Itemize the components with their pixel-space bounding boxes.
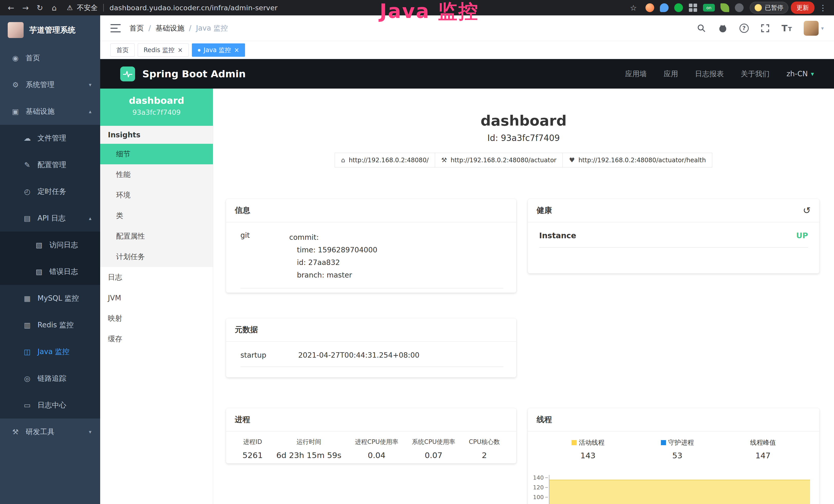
tab-java-monitor[interactable]: ● Java 监控 × [192, 43, 245, 57]
puzzle-extension-icon[interactable] [735, 3, 744, 12]
update-button[interactable]: 更新 [791, 2, 814, 14]
browser-home-icon[interactable]: ⌂ [48, 3, 60, 12]
instance-label: Instance [539, 231, 576, 240]
close-icon[interactable]: × [234, 47, 239, 53]
user-avatar[interactable] [804, 21, 818, 36]
sba-nav-applications[interactable]: 应用 [664, 69, 678, 79]
sidebar-item-config-mgmt[interactable]: ✎ 配置管理 [0, 152, 100, 178]
legend-live-threads: 活动线程 143 [571, 438, 605, 460]
sba-nav-wallboard[interactable]: 应用墙 [625, 69, 647, 79]
sidebar-item-infrastructure[interactable]: ▣ 基础设施 ▴ [0, 98, 100, 125]
sidebar-item-label: Java 监控 [38, 347, 69, 357]
sba-item-loggers[interactable]: 日志 [100, 267, 213, 288]
service-url-link[interactable]: ⌂ http://192.168.0.2:48080/ [335, 153, 435, 167]
sba-nav-journal[interactable]: 日志报表 [695, 69, 724, 79]
sidebar-item-label: 定时任务 [38, 187, 66, 197]
sidebar-item-label: 研发工具 [26, 427, 54, 437]
sidebar-item-label: 首页 [26, 53, 40, 63]
sidebar-item-trace[interactable]: ◎ 链路追踪 [0, 365, 100, 392]
breadcrumb-home[interactable]: 首页 [129, 23, 144, 33]
green-extension-icon[interactable] [674, 3, 683, 12]
fullscreen-icon[interactable] [761, 24, 770, 33]
sba-item-classes[interactable]: 类 [100, 205, 213, 226]
sba-brand-title[interactable]: Spring Boot Admin [142, 68, 246, 79]
address-bar[interactable]: ⚠ 不安全 dashboard.yudao.iocoder.cn/infra/a… [63, 3, 625, 12]
threads-chart-yaxis: 140 120 100 [532, 475, 549, 504]
sidebar-item-label: 日志中心 [38, 400, 66, 410]
process-stat-uptime: 运行时间 6d 23h 15m 59s [277, 438, 342, 460]
java-monitor-icon: ◫ [23, 348, 32, 356]
sba-item-jvm[interactable]: JVM [100, 288, 213, 308]
actuator-url-link[interactable]: ⚒ http://192.168.0.2:48080/actuator [435, 153, 563, 167]
sba-item-performance[interactable]: 性能 [100, 164, 213, 185]
health-instance-row[interactable]: Instance UP [539, 231, 808, 248]
sba-language-select[interactable]: zh-CN ▾ [787, 70, 814, 78]
threads-card-title: 线程 [536, 414, 552, 425]
chevron-down-icon: ▾ [811, 70, 814, 77]
paused-badge[interactable]: 已暂停 [750, 2, 788, 14]
sidebar-item-system-mgmt[interactable]: ⚙ 系统管理 ▾ [0, 71, 100, 98]
trace-icon: ◎ [23, 374, 32, 383]
git-commit-id: id: 27aa832 [289, 256, 503, 269]
help-icon[interactable]: ? [740, 24, 749, 33]
on-badge-extension-icon[interactable]: on [703, 4, 715, 12]
sba-app-header[interactable]: dashboard 93a3fc7f7409 [100, 89, 213, 126]
git-commit-time: time: 1596289704000 [289, 244, 503, 256]
sba-logo-icon[interactable] [120, 67, 135, 82]
process-stat-system-cpu: 系统CPU使用率 0.07 [412, 438, 455, 460]
sba-item-caches[interactable]: 缓存 [100, 329, 213, 349]
infrastructure-icon: ▣ [11, 107, 20, 116]
grid-extension-icon[interactable] [688, 3, 697, 12]
logs-icon: ▤ [23, 214, 32, 223]
sidebar-item-error-logs[interactable]: ▨ 错误日志 [0, 258, 100, 285]
github-icon[interactable] [718, 23, 728, 33]
annotation-text: Java 监控 [380, 0, 479, 25]
security-label[interactable]: 不安全 [77, 3, 97, 12]
sidebar-item-scheduled-jobs[interactable]: ◴ 定时任务 [0, 178, 100, 205]
close-icon[interactable]: × [177, 47, 183, 53]
sba-nav-about[interactable]: 关于我们 [741, 69, 770, 79]
health-url-link[interactable]: ♥ http://192.168.0.2:48080/actuator/heal… [563, 153, 712, 167]
tab-home[interactable]: 首页 [110, 43, 135, 57]
sidebar-item-access-logs[interactable]: ▧ 访问日志 [0, 232, 100, 258]
bookmark-star-icon[interactable]: ☆ [628, 3, 639, 12]
health-card-title: 健康 [536, 205, 552, 216]
health-url-text: http://192.168.0.2:48080/actuator/health [578, 157, 706, 164]
hamburger-menu-icon[interactable] [110, 24, 121, 32]
reload-icon[interactable]: ↻ [34, 3, 46, 12]
tab-label: Java 监控 [204, 46, 231, 54]
sba-item-mappings[interactable]: 映射 [100, 308, 213, 329]
search-icon[interactable] [697, 24, 706, 33]
drop-extension-icon[interactable] [660, 3, 668, 12]
history-icon[interactable]: ↺ [803, 205, 811, 216]
address-divider [103, 4, 104, 12]
sidebar-item-log-center[interactable]: ▭ 日志中心 [0, 392, 100, 418]
tab-redis-monitor[interactable]: Redis 监控 × [138, 43, 189, 57]
header-actions: ? T T ▾ [697, 21, 824, 36]
sba-item-details[interactable]: 细节 [100, 144, 213, 164]
sidebar-item-redis-monitor[interactable]: ▥ Redis 监控 [0, 312, 100, 338]
active-dot-icon: ● [198, 48, 201, 52]
browser-menu-icon[interactable]: ⋮ [817, 3, 829, 12]
sba-item-scheduled-tasks[interactable]: 计划任务 [100, 247, 213, 267]
font-size-icon[interactable]: T T [782, 24, 792, 32]
sidebar-item-dev-tools[interactable]: ⚒ 研发工具 ▾ [0, 418, 100, 445]
sidebar-item-api-logs[interactable]: ▤ API 日志 ▴ [0, 205, 100, 232]
forward-icon[interactable]: → [20, 3, 31, 12]
sidebar-item-mysql-monitor[interactable]: ▦ MySQL 监控 [0, 285, 100, 312]
sidebar-item-label: API 日志 [38, 213, 66, 223]
url-text[interactable]: dashboard.yudao.iocoder.cn/infra/admin-s… [109, 4, 278, 12]
sidebar-item-file-mgmt[interactable]: ☁ 文件管理 [0, 125, 100, 152]
leaf-extension-icon[interactable] [721, 3, 729, 12]
metadata-card: 元数据 startup 2021-04-27T00:44:31.254+08:0… [226, 318, 516, 377]
app-logo[interactable]: 芋道管理系统 [0, 16, 100, 45]
threads-chart-area [549, 480, 810, 504]
sidebar-item-java-monitor[interactable]: ◫ Java 监控 [0, 338, 100, 365]
back-icon[interactable]: ← [5, 3, 17, 12]
breadcrumb-infrastructure[interactable]: 基础设施 [155, 23, 184, 33]
fox-extension-icon[interactable] [645, 3, 654, 12]
sba-item-environment[interactable]: 环境 [100, 185, 213, 205]
sidebar-item-home[interactable]: ◉ 首页 [0, 45, 100, 71]
sba-item-config-props[interactable]: 配置属性 [100, 226, 213, 247]
user-menu[interactable]: ▾ [804, 21, 824, 36]
